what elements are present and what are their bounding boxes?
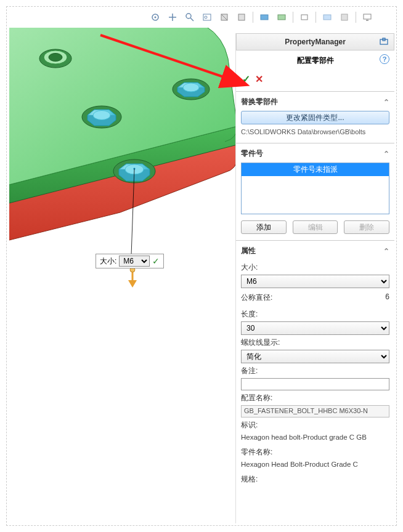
partnum-list-item[interactable]: 零件号未指派 [242,163,389,176]
length-label: 长度: [241,307,389,321]
collapse-icon[interactable]: ⌃ [383,247,389,256]
svg-point-19 [183,83,199,92]
edit-button[interactable]: 编辑 [293,220,338,234]
spec-label: 规格: [241,472,389,486]
svg-line-3 [190,18,193,21]
orbit-icon[interactable] [148,10,163,25]
svg-rect-13 [364,14,371,19]
svg-point-2 [186,14,191,18]
callout-label: 大小: [97,256,119,267]
ok-icon[interactable]: ✓ [242,73,250,85]
wireframe-icon[interactable] [297,10,312,25]
svg-point-5 [205,16,207,18]
svg-rect-12 [341,14,348,20]
section-icon[interactable] [217,10,232,25]
svg-rect-9 [278,15,285,20]
delete-button[interactable]: 删除 [344,220,389,234]
callout-size-select[interactable]: M6 [119,256,150,267]
fastener-path: C:\SOLIDWORKS Data\browser\GB\bolts [241,127,389,137]
partnum-section: 零件号 ⌃ 零件号未指派 添加 编辑 删除 [236,143,394,240]
svg-point-1 [155,17,157,18]
nominal-value: 6 [385,290,389,305]
pm-subtitle: 配置零部件 ? [236,50,394,71]
props-section: 属性 ⌃ 大小: M6 公称直径: 6 长度: 30 螺纹线显示: 简化 备注:… [236,240,394,493]
add-button[interactable]: 添加 [241,220,287,234]
cancel-icon[interactable]: ✕ [255,73,263,85]
svg-point-17 [49,54,62,62]
view-toolbar [148,10,375,25]
svg-rect-8 [261,15,268,20]
size-label: 大小: [241,260,389,275]
svg-marker-26 [128,280,137,288]
config-value: GB_FASTENER_BOLT_HHBC M6X30-N [241,405,389,417]
comment-label: 备注: [241,363,389,378]
display-style-icon[interactable] [234,10,249,25]
svg-rect-7 [238,14,245,20]
hidden-lines-icon[interactable] [274,10,289,25]
props-header[interactable]: 属性 ⌃ [241,244,389,260]
zoom-fit-icon[interactable] [200,10,214,25]
shadow-icon[interactable] [320,10,335,25]
thread-label: 螺纹线显示: [241,335,389,350]
callout-confirm-icon[interactable]: ✓ [150,256,162,266]
partname-value: Hexagon Head Bolt-Product Grade C [241,459,389,472]
mark-value: Hexagon head bolt-Product grade C GB [241,432,389,445]
svg-rect-30 [380,39,388,44]
svg-rect-10 [301,15,307,20]
scene-icon[interactable] [337,10,352,25]
property-manager-panel: PropertyManager 配置零部件 ? ✓ ✕ 替换零部件 ⌃ 更改紧固… [235,33,394,523]
pan-icon[interactable] [165,10,180,25]
svg-point-21 [93,111,110,120]
help-icon[interactable]: ? [380,54,389,64]
3d-viewport[interactable] [9,28,243,336]
shaded-icon[interactable] [257,10,272,25]
collapse-icon[interactable]: ⌃ [383,150,389,158]
change-fastener-button[interactable]: 更改紧固件类型... [241,111,389,124]
zoom-icon[interactable] [182,10,197,25]
replace-section: 替换零部件 ⌃ 更改紧固件类型... C:\SOLIDWORKS Data\br… [236,91,394,143]
mark-label: 标识: [241,417,389,432]
partnum-header[interactable]: 零件号 ⌃ [241,147,389,163]
comment-input[interactable] [241,378,389,390]
collapse-icon[interactable]: ⌃ [383,98,389,107]
pm-title: PropertyManager [253,38,378,46]
thread-select[interactable]: 简化 [241,350,389,363]
pm-action-row: ✓ ✕ [236,71,394,91]
config-label: 配置名称: [241,390,389,405]
screen-icon[interactable] [360,10,375,25]
pin-icon[interactable] [378,36,390,48]
partname-label: 零件名称: [241,445,389,459]
length-select[interactable]: 30 [241,321,389,335]
pm-titlebar: PropertyManager [236,33,394,50]
size-select[interactable]: M6 [241,275,389,288]
partnum-listbox[interactable]: 零件号未指派 [241,163,389,214]
size-callout: 大小: M6 ✓ [96,254,164,268]
svg-rect-11 [324,15,331,20]
replace-header[interactable]: 替换零部件 ⌃ [241,95,389,111]
nominal-label: 公称直径: [241,290,272,305]
